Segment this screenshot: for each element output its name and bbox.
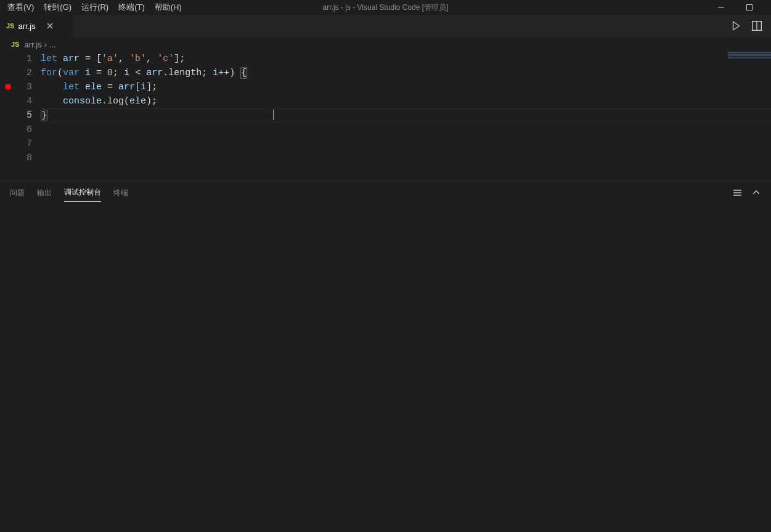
split-editor-icon[interactable] [750, 19, 764, 33]
editor-tabs: JS arr.js [0, 15, 771, 37]
svg-rect-0 [747, 5, 753, 10]
close-tab-icon[interactable] [44, 20, 55, 31]
filter-icon[interactable] [733, 188, 743, 198]
maximize-button[interactable] [735, 0, 764, 15]
collapse-panel-icon[interactable] [751, 188, 761, 198]
editor-actions [729, 15, 771, 37]
line-number: 4 [16, 94, 32, 108]
line-number: 7 [16, 137, 32, 151]
breadcrumb[interactable]: JS arr.js › ... [0, 37, 771, 52]
breadcrumb-sep: › [44, 40, 47, 49]
line-number-gutter: 1 2 3 4 5 6 7 8 [16, 52, 41, 181]
menu-help[interactable]: 帮助(H) [150, 1, 187, 14]
js-file-icon: JS [11, 41, 19, 48]
menu-terminal[interactable]: 终端(T) [113, 1, 150, 14]
close-button[interactable] [764, 0, 771, 15]
menu-goto[interactable]: 转到(G) [39, 1, 76, 14]
panel-tab-problems[interactable]: 问题 [10, 184, 25, 202]
line-number: 5 [16, 108, 32, 123]
tab-label: arr.js [18, 22, 35, 31]
breadcrumb-file: arr.js [24, 40, 41, 49]
menubar: 查看(V) 转到(G) 运行(R) 终端(T) 帮助(H) arr.js - j… [0, 0, 771, 15]
panel-tab-terminal[interactable]: 终端 [113, 184, 128, 202]
bottom-panel: 问题 输出 调试控制台 终端 [0, 181, 771, 532]
code-line: for(var i = 0; i < arr.length; i++) { [41, 66, 771, 80]
code-editor[interactable]: 1 2 3 4 5 6 7 8 let arr = ['a', 'b', 'c'… [0, 52, 771, 181]
breadcrumb-more: ... [49, 40, 56, 49]
text-cursor [273, 110, 274, 120]
line-number: 6 [16, 123, 32, 137]
line-number: 8 [16, 151, 32, 165]
window-title: arr.js - js - Visual Studio Code [管理员] [323, 2, 449, 13]
current-line-highlight [41, 108, 771, 123]
code-line: let arr = ['a', 'b', 'c']; [41, 52, 771, 66]
debug-console-body[interactable] [0, 204, 771, 532]
js-file-icon: JS [6, 22, 14, 30]
breakpoint-gutter[interactable] [0, 52, 16, 181]
panel-actions [733, 188, 761, 198]
code-line: let ele = arr[i]; [41, 80, 771, 94]
run-icon[interactable] [729, 19, 743, 33]
menu-view[interactable]: 查看(V) [2, 1, 39, 14]
panel-tab-output[interactable]: 输出 [37, 184, 52, 202]
code-line: console.log(ele); [41, 94, 771, 108]
tab-arr-js[interactable]: JS arr.js [0, 15, 74, 37]
code-content[interactable]: let arr = ['a', 'b', 'c']; for(var i = 0… [41, 52, 771, 181]
line-number: 1 [16, 52, 32, 66]
minimize-button[interactable] [707, 0, 735, 15]
window-controls [707, 0, 771, 15]
line-number: 2 [16, 66, 32, 80]
line-number: 3 [16, 80, 32, 94]
panel-tab-debug-console[interactable]: 调试控制台 [64, 183, 101, 202]
minimap[interactable] [728, 52, 771, 60]
breakpoint-icon[interactable] [5, 84, 11, 90]
menu-run[interactable]: 运行(R) [76, 1, 113, 14]
panel-tabs: 问题 输出 调试控制台 终端 [0, 182, 771, 204]
